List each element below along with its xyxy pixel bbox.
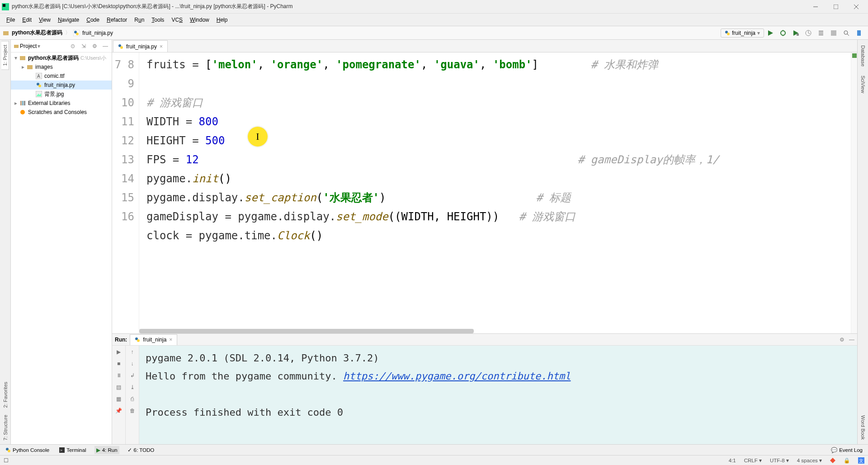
statusbar-icon[interactable]: ☐ — [4, 457, 9, 464]
wrap-icon[interactable]: ↲ — [128, 371, 137, 380]
pause-icon[interactable]: ⏸ — [114, 371, 123, 380]
search-everywhere-button[interactable] — [840, 28, 852, 38]
terminal-tab[interactable]: > Terminal — [57, 446, 88, 454]
tree-item-comic[interactable]: A comic.ttf — [11, 71, 112, 81]
caret-position[interactable]: 4:1 — [729, 458, 736, 463]
hide-icon[interactable]: — — [102, 43, 109, 50]
svg-point-44 — [137, 339, 140, 342]
workarea: 1: Project 2: Favorites 7: Structure Pro… — [0, 40, 868, 444]
pin-icon[interactable]: 📌 — [114, 406, 123, 415]
svg-rect-24 — [831, 30, 836, 36]
favorites-tool-tab[interactable]: 2: Favorites — [2, 378, 9, 411]
up-icon[interactable]: ↑ — [128, 347, 137, 356]
menu-vcs[interactable]: VCS — [168, 15, 186, 25]
stop-button[interactable] — [828, 28, 840, 38]
structure-tool-tab[interactable]: 7: Structure — [2, 411, 9, 444]
chevron-down-icon[interactable]: ▾ — [13, 55, 19, 61]
run-tab-bottom[interactable]: ▶ 4: Run — [94, 446, 119, 454]
chevron-down-icon: ▾ — [757, 30, 760, 36]
tree-item-bg[interactable]: 背景.jpg — [11, 90, 112, 99]
gear-icon[interactable]: ⚙ — [840, 337, 844, 343]
svg-rect-3 — [834, 5, 838, 9]
run-header: Run: fruit_ninja × ⚙ — — [112, 334, 857, 346]
encoding[interactable]: UTF-8 ▾ — [770, 457, 789, 464]
gear-icon[interactable]: ⚙ — [91, 43, 98, 50]
todo-tab[interactable]: ✓ 6: TODO — [126, 446, 156, 454]
console-link[interactable]: https://www.pygame.org/contribute.html — [343, 370, 571, 382]
bottom-toolbar: Python Console > Terminal ▶ 4: Run ✓ 6: … — [0, 444, 868, 455]
editor-body[interactable]: 7 8 9 10 11 12 13 14 15 16 fruits = ['me… — [112, 52, 857, 333]
python-console-tab[interactable]: Python Console — [4, 446, 51, 454]
svg-text:A: A — [37, 74, 40, 79]
git-icon[interactable] — [830, 458, 835, 463]
svg-point-25 — [844, 31, 848, 34]
svg-line-26 — [847, 34, 849, 36]
project-pane: Project ▾ ⊙ ⇲ ⚙ — ▾ python水果忍者源码 C:\User… — [11, 40, 112, 444]
sciview-tool-tab[interactable]: SciView — [859, 71, 867, 98]
scratches-icon — [19, 109, 26, 116]
database-tool-tab[interactable]: Database — [859, 41, 867, 71]
locate-icon[interactable]: ⊙ — [69, 43, 76, 50]
menu-file[interactable]: File — [3, 15, 19, 25]
tree-scratches[interactable]: Scratches and Consoles — [11, 108, 112, 117]
project-tool-tab[interactable]: 1: Project — [1, 41, 9, 70]
event-log-tab[interactable]: 💬 Event Log — [829, 446, 864, 454]
tree-external-libs[interactable]: ▸ External Libraries — [11, 99, 112, 108]
wordbook-tool-tab[interactable]: Word Book — [859, 411, 867, 444]
gutter: 7 8 9 10 11 12 13 14 15 16 — [112, 52, 139, 333]
translate-icon[interactable]: 文 — [858, 457, 864, 464]
tree-root[interactable]: ▾ python水果忍者源码 C:\Users\小 — [11, 53, 112, 62]
layout-icon[interactable]: ▤ — [114, 383, 123, 392]
svg-rect-6 — [3, 31, 9, 35]
breadcrumb-root[interactable]: python水果忍者源码 — [12, 29, 62, 37]
run-button[interactable] — [764, 28, 776, 38]
attach-button[interactable] — [815, 28, 827, 38]
tree-root-name: python水果忍者源码 — [28, 54, 79, 62]
menu-tools[interactable]: Tools — [148, 15, 168, 25]
rerun-icon[interactable]: ▶ — [114, 347, 123, 356]
scroll-icon[interactable]: ⤓ — [128, 383, 137, 392]
menu-code[interactable]: Code — [83, 15, 103, 25]
menu-edit[interactable]: Edit — [19, 15, 35, 25]
marker-strip[interactable] — [851, 52, 857, 333]
chevron-right-icon[interactable]: ▸ — [13, 100, 19, 106]
breadcrumb-file[interactable]: fruit_ninja.py — [82, 30, 113, 36]
coverage-button[interactable] — [790, 28, 802, 38]
menu-refactor[interactable]: Refactor — [103, 15, 131, 25]
debug-button[interactable] — [777, 28, 789, 38]
close-icon[interactable]: × — [169, 337, 172, 343]
expand-icon[interactable]: ⇲ — [80, 43, 87, 50]
horizontal-scrollbar[interactable] — [139, 329, 474, 333]
line-separator[interactable]: CRLF ▾ — [744, 457, 762, 464]
run-console[interactable]: pygame 2.0.1 (SDL 2.0.14, Python 3.7.2) … — [139, 346, 857, 444]
minimize-button[interactable] — [805, 0, 826, 13]
close-icon[interactable]: × — [160, 43, 163, 50]
code-area[interactable]: fruits = ['melon', 'orange', 'pomegranat… — [139, 52, 851, 333]
project-tree[interactable]: ▾ python水果忍者源码 C:\Users\小 ▸ images A com… — [11, 52, 112, 444]
dump-icon[interactable]: ▦ — [114, 394, 123, 403]
project-view-selector[interactable]: Project ▾ — [14, 43, 40, 49]
menu-window[interactable]: Window — [186, 15, 213, 25]
ide-settings-icon[interactable] — [853, 28, 865, 38]
menu-run[interactable]: Run — [131, 15, 148, 25]
indent[interactable]: 4 spaces ▾ — [797, 457, 822, 464]
menu-help[interactable]: Help — [213, 15, 231, 25]
print-icon[interactable]: ⎙ — [128, 394, 137, 403]
editor-tab[interactable]: fruit_ninja.py × — [113, 40, 168, 52]
run-config-selector[interactable]: fruit_ninja ▾ — [721, 28, 764, 38]
run-tab[interactable]: fruit_ninja × — [130, 334, 177, 345]
down-icon[interactable]: ↓ — [128, 359, 137, 368]
chevron-right-icon[interactable]: ▸ — [20, 64, 26, 70]
trash-icon[interactable]: 🗑 — [128, 406, 137, 415]
maximize-button[interactable] — [826, 0, 846, 13]
close-button[interactable] — [846, 0, 866, 13]
tree-item-fruit-ninja[interactable]: fruit_ninja.py — [11, 81, 112, 90]
tree-item-images[interactable]: ▸ images — [11, 62, 112, 71]
folder-icon — [14, 43, 19, 49]
hide-icon[interactable]: — — [849, 337, 854, 343]
menu-view[interactable]: View — [35, 15, 54, 25]
lock-icon[interactable]: 🔒 — [844, 457, 850, 464]
menu-navigate[interactable]: Navigate — [54, 15, 83, 25]
stop-icon[interactable]: ■ — [114, 359, 123, 368]
profile-button[interactable] — [802, 28, 814, 38]
